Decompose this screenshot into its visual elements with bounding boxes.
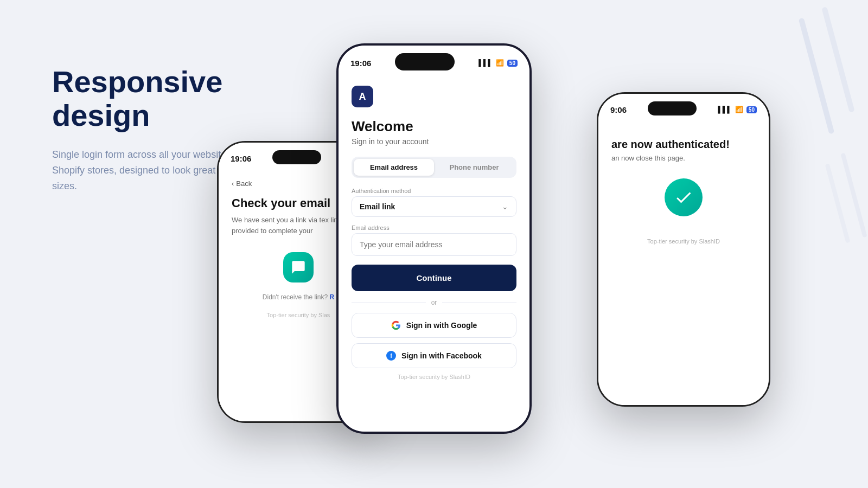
resend-link[interactable]: R [330, 293, 335, 301]
dynamic-island-right [648, 101, 697, 115]
facebook-icon: f [386, 351, 396, 361]
chevron-down-icon: ⌄ [502, 202, 508, 211]
or-divider: or [352, 299, 516, 306]
authenticated-content: are now authenticated! an now close this… [598, 122, 769, 405]
status-time-left: 19:06 [231, 154, 251, 163]
auth-method-label: Authentication method [352, 188, 516, 194]
google-icon [391, 320, 401, 330]
auth-method-dropdown[interactable]: Email link ⌄ [352, 196, 516, 217]
svg-rect-1 [821, 7, 854, 113]
login-tab-switcher: Email address Phone number [352, 157, 516, 178]
facebook-signin-button[interactable]: f Sign in with Facebook [352, 343, 516, 368]
status-time-right: 9:06 [610, 105, 627, 114]
status-time-center: 19:06 [350, 59, 371, 68]
phone-main-login: 19:06 ▌▌▌ 📶 50 A Welcome Sign in to your… [336, 43, 532, 434]
dynamic-island-center [395, 53, 455, 70]
chat-icon [283, 252, 314, 282]
or-text: or [431, 299, 437, 306]
continue-button[interactable]: Continue [352, 265, 516, 291]
divider-line-right [442, 303, 516, 303]
email-input[interactable] [352, 233, 516, 256]
phone-authenticated: 9:06 ▌▌▌ 📶 50 are now authenticated! an … [597, 92, 770, 407]
dynamic-island-left [272, 150, 321, 164]
login-form-content: A Welcome Sign in to your account Email … [339, 77, 529, 432]
tab-email-address[interactable]: Email address [354, 159, 434, 176]
google-signin-button[interactable]: Sign in with Google [352, 313, 516, 338]
wifi-icon: 📶 [496, 59, 504, 67]
google-btn-label: Sign in with Google [406, 321, 477, 330]
facebook-btn-label: Sign in with Facebook [401, 351, 482, 360]
tab-phone-number[interactable]: Phone number [434, 159, 514, 176]
center-phone-footer: Top-tier security by SlashID [352, 374, 516, 380]
email-input-label: Email address [352, 224, 516, 231]
signal-icon-right: ▌▌▌ [718, 106, 732, 113]
auth-method-value: Email link [360, 202, 395, 211]
authenticated-title: are now authenticated! [611, 138, 756, 151]
welcome-title: Welcome [352, 118, 516, 135]
status-bar-center: 19:06 ▌▌▌ 📶 50 [339, 46, 529, 77]
welcome-subtitle: Sign in to your account [352, 137, 516, 146]
success-checkmark [665, 178, 703, 216]
authenticated-subtitle: an now close this page. [611, 154, 756, 162]
right-phone-footer: Top-tier security by SlashID [611, 238, 756, 245]
battery-badge: 50 [507, 60, 518, 67]
wifi-icon-right: 📶 [735, 106, 743, 113]
battery-badge-right: 50 [746, 106, 757, 113]
status-bar-right: 9:06 ▌▌▌ 📶 50 [598, 94, 769, 122]
divider-line-left [352, 303, 426, 303]
signal-icon: ▌▌▌ [478, 59, 493, 67]
main-heading: Responsive design [52, 65, 280, 132]
app-logo: A [352, 86, 373, 107]
